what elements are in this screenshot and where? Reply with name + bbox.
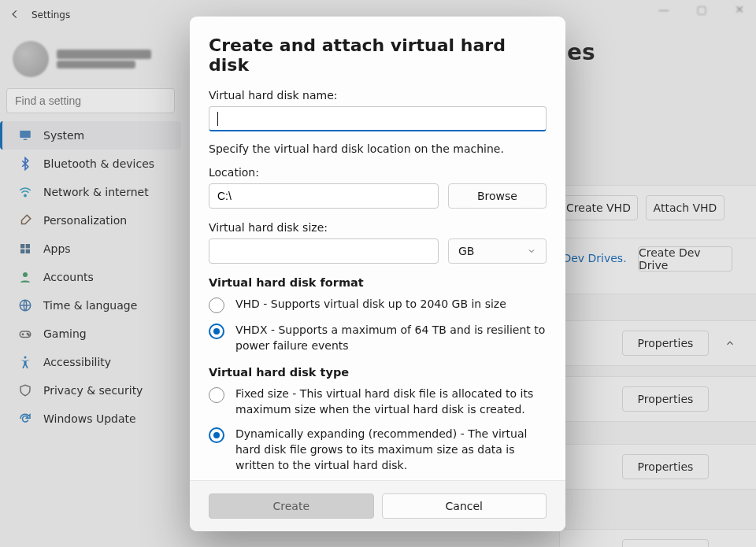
back-icon[interactable] — [9, 9, 20, 22]
radio-icon — [209, 427, 224, 443]
create-vhd-dialog: Create and attach virtual hard disk Virt… — [190, 17, 565, 531]
location-label: Location: — [209, 166, 547, 179]
browse-button[interactable]: Browse — [448, 183, 547, 209]
vhd-name-label: Virtual hard disk name: — [209, 89, 547, 102]
size-label: Virtual hard disk size: — [209, 221, 547, 234]
svg-rect-4 — [26, 244, 30, 248]
sidebar-item-label: Time & language — [43, 299, 137, 312]
vhd-type-option[interactable]: Dynamically expanding (recommended) - Th… — [209, 427, 547, 473]
sidebar-item-label: Bluetooth & devices — [43, 157, 154, 170]
sidebar-item-label: Apps — [43, 242, 71, 255]
radio-icon — [209, 298, 224, 313]
sidebar-item-network-internet[interactable]: Network & internet — [0, 178, 181, 206]
attach-vhd-button[interactable]: Attach VHD — [646, 195, 724, 220]
vhd-format-option[interactable]: VHD - Supports virtual disk up to 2040 G… — [209, 297, 547, 313]
svg-point-12 — [24, 357, 27, 359]
display-icon — [18, 128, 32, 142]
svg-rect-3 — [20, 244, 24, 248]
wifi-icon — [18, 185, 32, 199]
sidebar-item-label: Personalization — [43, 214, 127, 227]
profile-block[interactable] — [0, 30, 181, 88]
type-section-title: Virtual hard disk type — [209, 366, 547, 379]
sidebar-item-label: Privacy & security — [43, 384, 143, 397]
radio-icon — [209, 323, 224, 339]
avatar — [13, 41, 49, 77]
location-input[interactable] — [209, 183, 439, 209]
sidebar-item-label: Accounts — [43, 271, 94, 283]
chevron-down-icon — [527, 246, 536, 256]
svg-rect-1 — [24, 139, 28, 141]
sidebar-item-gaming[interactable]: Gaming — [0, 320, 181, 348]
create-vhd-button[interactable]: Create VHD — [559, 195, 638, 220]
create-dev-drive-button[interactable]: Create Dev Drive — [638, 246, 732, 272]
svg-point-7 — [23, 272, 28, 277]
dialog-footer: Create Cancel — [190, 480, 565, 531]
page-title-fragment: es — [567, 39, 595, 65]
sidebar-item-personalization[interactable]: Personalization — [0, 206, 181, 235]
properties-button[interactable]: Properties — [622, 386, 709, 412]
sidebar-item-apps[interactable]: Apps — [0, 235, 181, 263]
shield-icon — [18, 383, 32, 397]
svg-point-11 — [28, 334, 30, 336]
window-controls: — ▢ ✕ — [652, 3, 751, 19]
sidebar-item-accounts[interactable]: Accounts — [0, 263, 181, 291]
properties-button[interactable]: Properties — [622, 331, 709, 356]
apps-icon — [18, 242, 32, 256]
sidebar-item-label: Windows Update — [43, 412, 136, 425]
sidebar-item-privacy-security[interactable]: Privacy & security — [0, 376, 181, 405]
update-icon — [18, 412, 32, 426]
svg-rect-0 — [20, 131, 31, 138]
svg-rect-5 — [20, 249, 24, 253]
size-unit-select[interactable]: GB — [448, 238, 547, 264]
dev-drives-link[interactable]: Dev Drives. — [559, 250, 630, 266]
svg-rect-6 — [26, 249, 30, 253]
game-icon — [18, 327, 32, 341]
sidebar-item-windows-update[interactable]: Windows Update — [0, 405, 181, 433]
cancel-button[interactable]: Cancel — [382, 493, 547, 519]
vhd-name-input[interactable] — [209, 106, 547, 131]
sidebar-item-accessibility[interactable]: Accessibility — [0, 348, 181, 376]
chevron-up-icon[interactable] — [724, 338, 736, 349]
vhd-format-option-label: VHDX - Supports a maximum of 64 TB and i… — [235, 323, 547, 353]
minimize-button[interactable]: — — [652, 3, 676, 19]
properties-button[interactable]: Properties — [622, 539, 709, 547]
vhd-type-option[interactable]: Fixed size - This virtual hard disk file… — [209, 386, 547, 417]
radio-icon — [209, 387, 224, 403]
vhd-type-option-label: Dynamically expanding (recommended) - Th… — [235, 427, 547, 473]
close-button[interactable]: ✕ — [728, 3, 751, 19]
sidebar-item-label: System — [43, 129, 84, 142]
location-hint: Specify the virtual hard disk location o… — [209, 142, 547, 155]
vhd-format-option-label: VHD - Supports virtual disk up to 2040 G… — [235, 297, 506, 312]
sidebar-item-label: Accessibility — [43, 356, 111, 368]
sidebar-item-system[interactable]: System — [0, 121, 181, 150]
size-unit-value: GB — [458, 245, 474, 257]
format-section-title: Virtual hard disk format — [209, 276, 547, 289]
search-input[interactable] — [6, 88, 175, 113]
nav-list: SystemBluetooth & devicesNetwork & inter… — [0, 121, 181, 433]
sidebar-item-bluetooth-devices[interactable]: Bluetooth & devices — [0, 150, 181, 178]
sidebar: SystemBluetooth & devicesNetwork & inter… — [0, 30, 181, 433]
person-icon — [18, 270, 32, 284]
size-input[interactable] — [209, 238, 439, 264]
svg-point-2 — [24, 194, 26, 196]
vhd-format-option[interactable]: VHDX - Supports a maximum of 64 TB and i… — [209, 323, 547, 353]
create-button[interactable]: Create — [209, 493, 374, 519]
brush-icon — [18, 213, 32, 227]
bluetooth-icon — [18, 157, 32, 171]
maximize-button[interactable]: ▢ — [690, 3, 713, 19]
accessibility-icon — [18, 355, 32, 369]
sidebar-item-label: Network & internet — [43, 186, 149, 198]
dialog-title: Create and attach virtual hard disk — [209, 35, 547, 75]
profile-text — [57, 50, 151, 68]
globe-icon — [18, 298, 32, 312]
window-title: Settings — [32, 9, 70, 20]
sidebar-item-label: Gaming — [43, 327, 87, 340]
properties-button[interactable]: Properties — [622, 454, 709, 479]
sidebar-item-time-language[interactable]: Time & language — [0, 291, 181, 320]
vhd-type-option-label: Fixed size - This virtual hard disk file… — [235, 386, 547, 417]
